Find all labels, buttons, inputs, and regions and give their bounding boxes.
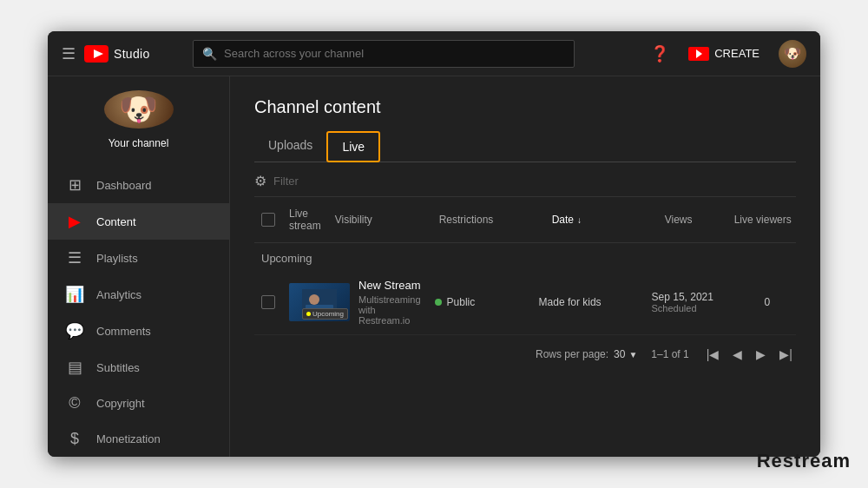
sidebar-item-label-subtitles: Subtitles	[96, 361, 140, 374]
restream-watermark: Restream	[757, 450, 851, 472]
th-comments: Comments	[814, 210, 820, 229]
copyright-icon: ©	[65, 394, 84, 412]
sort-arrow-icon: ↓	[577, 215, 582, 225]
youtube-logo-icon	[84, 45, 108, 63]
channel-name: Your channel	[108, 137, 169, 149]
create-button[interactable]: CREATE	[681, 43, 766, 64]
filter-row: ⚙ Filter	[254, 162, 796, 197]
sidebar-item-analytics[interactable]: 📊 Analytics	[48, 276, 229, 313]
per-page-value: 30	[614, 348, 625, 360]
sidebar-item-label-playlists: Playlists	[96, 252, 138, 265]
visibility-cell: Public	[428, 293, 532, 312]
page-content: Channel content Uploads Live ⚙ Filter Li…	[230, 76, 820, 457]
sidebar-item-label-monetization: Monetization	[96, 432, 161, 445]
per-page-chevron-icon: ▼	[628, 350, 637, 359]
last-page-button[interactable]: ▶|	[776, 346, 796, 363]
th-live-viewers: Live viewers	[727, 210, 814, 229]
date-main: Sep 15, 2021	[652, 291, 751, 303]
section-upcoming: Upcoming	[254, 243, 796, 270]
playlists-icon: ☰	[65, 248, 84, 267]
th-restrictions: Restrictions	[432, 210, 545, 229]
per-page-select[interactable]: 30 ▼	[614, 348, 637, 360]
sidebar-item-label-copyright: Copyright	[96, 397, 145, 410]
visibility-label: Public	[447, 296, 476, 308]
main-content: 🐶 Your channel ⊞ Dashboard ▶ Content ☰ P…	[48, 76, 820, 457]
search-bar[interactable]: 🔍	[193, 40, 575, 68]
avatar-placeholder: 🐶	[779, 40, 806, 68]
search-input[interactable]	[224, 47, 565, 60]
stream-thumbnail: Ready Ready Upcoming	[289, 283, 350, 321]
upcoming-badge: Upcoming	[302, 308, 348, 320]
tabs: Uploads Live	[254, 131, 796, 162]
stream-info-cell: Ready Ready Upcoming New Stream Multistr…	[282, 275, 428, 329]
tab-uploads[interactable]: Uploads	[254, 131, 326, 162]
page-range: 1–1 of 1	[651, 348, 688, 360]
topbar-right: ❓ CREATE 🐶	[650, 40, 806, 68]
date-cell: Sep 15, 2021 Scheduled	[645, 287, 758, 317]
sidebar-item-content[interactable]: ▶ Content	[48, 203, 229, 240]
monetization-icon: $	[65, 430, 84, 448]
sidebar-item-label-content: Content	[96, 215, 136, 228]
stream-title: New Stream	[358, 279, 421, 292]
page-title: Channel content	[254, 97, 796, 117]
stream-info: Ready Ready Upcoming New Stream Multistr…	[289, 279, 421, 326]
studio-label: Studio	[114, 47, 150, 61]
th-visibility: Visibility	[328, 210, 432, 229]
search-icon: 🔍	[202, 47, 217, 61]
table-row: Ready Ready Upcoming New Stream Multistr…	[254, 270, 796, 335]
visibility-dot	[435, 299, 442, 306]
first-page-button[interactable]: |◀	[703, 346, 723, 363]
date-sub: Scheduled	[652, 303, 751, 313]
create-label: CREATE	[714, 47, 760, 60]
sidebar-item-playlists[interactable]: ☰ Playlists	[48, 240, 229, 276]
content-icon: ▶	[65, 212, 84, 231]
filter-icon: ⚙	[254, 173, 266, 189]
sidebar: 🐶 Your channel ⊞ Dashboard ▶ Content ☰ P…	[48, 76, 230, 457]
row-checkbox[interactable]	[254, 292, 282, 313]
restrictions-cell: Made for kids	[532, 293, 645, 312]
tab-live[interactable]: Live	[326, 131, 380, 162]
sidebar-item-label-comments: Comments	[96, 325, 151, 338]
subtitles-icon: ▤	[65, 358, 84, 377]
topbar: ☰ Studio 🔍 ❓ CREATE 🐶	[48, 31, 820, 76]
rows-per-page-label: Rows per page:	[536, 348, 608, 360]
th-views: Views	[658, 210, 727, 229]
pagination-row: Rows per page: 30 ▼ 1–1 of 1 |◀ ◀ ▶ ▶|	[254, 335, 796, 366]
sidebar-item-monetization[interactable]: $ Monetization	[48, 421, 229, 457]
stream-subtitle: Multistreaming with Restream.io	[358, 294, 421, 326]
sidebar-item-dashboard[interactable]: ⊞ Dashboard	[48, 167, 229, 203]
logo-area: Studio	[84, 45, 150, 63]
app-window: ☰ Studio 🔍 ❓ CREATE 🐶	[48, 31, 820, 457]
user-avatar[interactable]: 🐶	[779, 40, 806, 68]
topbar-left: ☰ Studio	[62, 44, 150, 63]
sidebar-item-comments[interactable]: 💬 Comments	[48, 313, 229, 349]
camera-icon	[688, 47, 709, 61]
next-page-button[interactable]: ▶	[753, 346, 769, 363]
sidebar-item-label-dashboard: Dashboard	[96, 179, 152, 192]
prev-page-button[interactable]: ◀	[729, 346, 746, 363]
views-cell: 0	[758, 293, 820, 312]
th-date[interactable]: Date ↓	[545, 210, 658, 229]
channel-avatar[interactable]: 🐶	[104, 90, 174, 129]
comments-icon: 💬	[65, 321, 84, 340]
svg-point-3	[309, 294, 319, 305]
live-dot	[306, 312, 311, 316]
sidebar-item-subtitles[interactable]: ▤ Subtitles	[48, 349, 229, 386]
rows-per-page: Rows per page: 30 ▼	[536, 348, 637, 360]
th-checkbox	[254, 209, 282, 230]
sidebar-item-copyright[interactable]: © Copyright	[48, 386, 229, 421]
sidebar-nav: ⊞ Dashboard ▶ Content ☰ Playlists 📊 Anal…	[48, 167, 229, 457]
filter-placeholder[interactable]: Filter	[273, 175, 299, 188]
select-all-checkbox[interactable]	[261, 213, 275, 227]
hamburger-icon[interactable]: ☰	[62, 44, 76, 63]
sidebar-item-label-analytics: Analytics	[96, 288, 141, 301]
upcoming-badge-text: Upcoming	[312, 310, 344, 318]
stream-text: New Stream Multistreaming with Restream.…	[358, 279, 421, 326]
th-live-stream: Live stream	[282, 204, 328, 235]
help-icon[interactable]: ❓	[650, 44, 669, 63]
analytics-icon: 📊	[65, 285, 84, 304]
table-header: Live stream Visibility Restrictions Date…	[254, 197, 796, 243]
dashboard-icon: ⊞	[65, 175, 84, 195]
